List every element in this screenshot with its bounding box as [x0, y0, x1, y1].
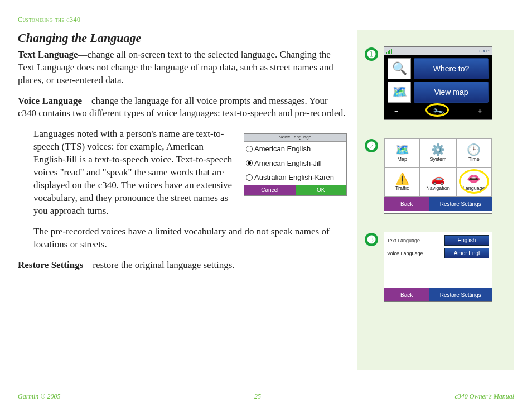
map-icon: 🗺️ — [395, 144, 409, 155]
voice-language-popup-screenshot: Voice Language American English American… — [244, 133, 347, 196]
footer-manual-title: c340 Owner's Manual — [454, 392, 514, 401]
section-title: Changing the Language — [18, 30, 347, 46]
radio-icon — [246, 146, 253, 152]
settings-system-cell[interactable]: ⚙️System — [420, 138, 456, 167]
header-breadcrumb: Customizing the c340 — [18, 16, 514, 24]
text-language-value-button[interactable]: English — [444, 235, 489, 246]
map-thumb-icon: 🗺️ — [388, 82, 411, 103]
settings-map-cell[interactable]: 🗺️Map — [384, 138, 420, 167]
gear-icon: ⚙️ — [431, 144, 445, 155]
settings-navigation-cell[interactable]: 🚗Navigation — [420, 167, 456, 197]
gps-home-screenshot: 3:47? 🔍 Where to? 🗺️ View map − — [384, 46, 492, 120]
restore-settings-button[interactable]: Restore Settings — [429, 288, 492, 301]
gps-language-settings-screenshot: Text Language English Voice Language Ame… — [384, 232, 492, 302]
voice-language-value-button[interactable]: Amer Engl — [444, 248, 489, 258]
main-text-column: Changing the Language Text Language—chan… — [18, 30, 347, 370]
plus-icon[interactable]: + — [478, 107, 482, 115]
minus-icon[interactable]: − — [394, 107, 398, 115]
restore-settings-button[interactable]: Restore Settings — [429, 197, 492, 211]
ok-button[interactable]: OK — [296, 185, 347, 196]
step-2: ➋ 🗺️Map ⚙️System 🕒Time ⚠️Traffic 🚗Naviga… — [365, 138, 504, 214]
car-icon: 🚗 — [431, 173, 445, 184]
popup-title: Voice Language — [244, 134, 346, 142]
step-1: ➊ 3:47? 🔍 Where to? 🗺️ View map — [365, 46, 504, 120]
text-language-paragraph: Text Language—change all on-screen text … — [18, 49, 347, 87]
voice-option-1[interactable]: American English — [244, 142, 346, 156]
text-language-label: Text Language — [18, 49, 78, 60]
restore-settings-paragraph: Restore Settings—restore the original la… — [18, 259, 347, 272]
signal-icon — [386, 49, 392, 54]
footer-page-number: 25 — [254, 392, 261, 401]
prerecorded-paragraph: The pre-recorded voices have a limited v… — [18, 226, 347, 251]
step-3: ➌ Text Language English Voice Language A… — [365, 232, 504, 302]
tts-paragraph: Languages noted with a person's name are… — [33, 128, 236, 218]
text-language-row-label: Text Language — [387, 238, 420, 243]
voice-language-paragraph: Voice Language—change the language for a… — [18, 95, 347, 121]
clock-icon: 🕒 — [467, 144, 481, 155]
voice-option-label: American English-Jill — [254, 159, 322, 169]
back-button[interactable]: Back — [384, 288, 429, 301]
steps-sidebar: ➊ 3:47? 🔍 Where to? 🗺️ View map — [357, 30, 514, 370]
settings-wrench-button[interactable]: 🔧 — [427, 105, 450, 117]
page-footer: Garmin © 2005 25 c340 Owner's Manual — [18, 392, 514, 401]
voice-option-3[interactable]: Australian English-Karen — [244, 170, 346, 185]
cell-label: Map — [397, 156, 407, 162]
settings-time-cell[interactable]: 🕒Time — [456, 138, 492, 167]
clock-time: 3:47? — [479, 49, 490, 54]
highlight-ring-icon — [459, 169, 489, 194]
voice-option-2[interactable]: American English-Jill — [244, 156, 346, 171]
view-map-button[interactable]: View map — [414, 82, 489, 103]
traffic-icon: ⚠️ — [395, 173, 409, 184]
voice-option-label: American English — [254, 144, 311, 154]
restore-settings-body: —restore the original language settings. — [83, 260, 234, 270]
settings-language-cell[interactable]: 👄Language — [456, 167, 492, 197]
cell-label: Time — [468, 156, 480, 162]
back-button[interactable]: Back — [384, 197, 429, 211]
where-to-button[interactable]: Where to? — [414, 58, 489, 79]
step-number-1: ➊ — [365, 47, 378, 61]
cancel-button[interactable]: Cancel — [244, 185, 296, 196]
radio-icon — [246, 174, 253, 181]
footer-copyright: Garmin © 2005 — [18, 392, 60, 401]
voice-option-label: Australian English-Karen — [254, 173, 334, 183]
radio-icon — [246, 160, 253, 166]
restore-settings-label: Restore Settings — [18, 260, 83, 270]
cell-label: System — [429, 156, 446, 162]
settings-traffic-cell[interactable]: ⚠️Traffic — [384, 167, 420, 197]
cell-label: Traffic — [395, 185, 409, 191]
magnifier-icon: 🔍 — [388, 58, 411, 79]
voice-language-row-label: Voice Language — [387, 251, 423, 256]
voice-language-label: Voice Language — [18, 95, 82, 106]
cell-label: Navigation — [426, 185, 450, 191]
step-number-3: ➌ — [365, 233, 378, 246]
step-number-2: ➋ — [365, 139, 378, 152]
gps-settings-screenshot: 🗺️Map ⚙️System 🕒Time ⚠️Traffic 🚗Navigati… — [384, 138, 492, 214]
